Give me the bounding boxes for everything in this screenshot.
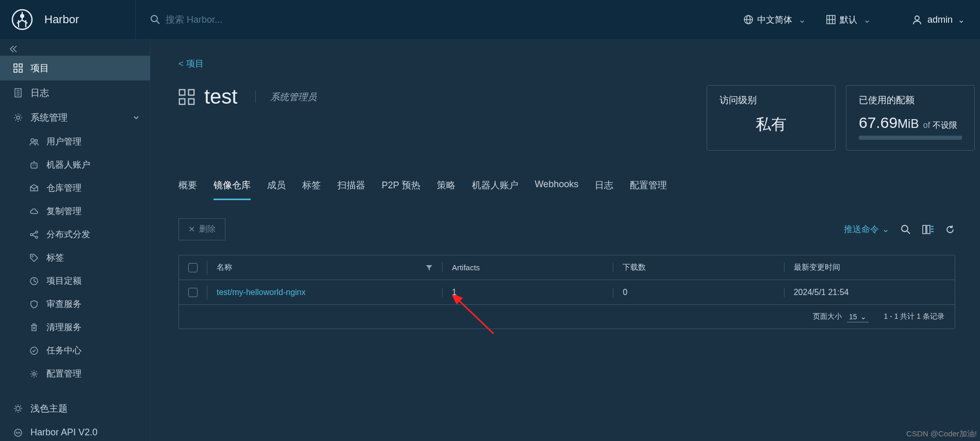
select-all-checkbox[interactable]: [188, 263, 198, 272]
svg-point-42: [902, 225, 908, 232]
sidebar-item-gc[interactable]: 清理服务: [0, 316, 150, 339]
pagination-summary: 1 - 1 共计 1 条记录: [884, 312, 944, 321]
push-command-dropdown[interactable]: 推送命令 ⌄: [844, 223, 889, 235]
sidebar-item-labels[interactable]: 标签: [0, 246, 150, 269]
sidebar-item-light-theme[interactable]: 浅色主题: [0, 396, 150, 421]
sidebar-item-label: 配置管理: [46, 368, 81, 380]
svg-rect-23: [31, 163, 37, 168]
project-role: 系统管理员: [255, 91, 317, 103]
row-checkbox[interactable]: [188, 288, 198, 297]
svg-point-29: [36, 236, 38, 238]
page-size-label: 页面大小: [813, 312, 842, 321]
quota-card: 已使用的配额 67.69MiB of 不设限: [846, 85, 975, 151]
sidebar-item-label: 浅色主题: [30, 402, 68, 415]
columns-icon[interactable]: [922, 225, 934, 234]
svg-point-11: [915, 16, 919, 20]
column-header-updated[interactable]: 最新变更时间: [785, 263, 955, 272]
chevron-down-icon: [133, 114, 140, 121]
sidebar-item-label: 系统管理: [30, 111, 68, 124]
card-value: 私有: [720, 114, 823, 135]
column-header-artifacts[interactable]: Artifacts: [443, 263, 613, 272]
svg-rect-40: [179, 99, 185, 104]
svg-rect-39: [189, 89, 194, 95]
table-footer: 页面大小 15 ⌄ 1 - 1 共计 1 条记录: [179, 305, 955, 329]
svg-rect-14: [14, 69, 17, 72]
table-header: 名称 Artifacts 下载数 最新变更时间: [179, 255, 955, 280]
info-cards: 访问级别 私有 已使用的配额 67.69MiB of 不设限: [707, 85, 975, 151]
sidebar-item-config[interactable]: 配置管理: [0, 362, 150, 385]
page-size-value[interactable]: 15 ⌄: [847, 312, 869, 322]
tab-config[interactable]: 配置管理: [630, 174, 667, 200]
watermark: CSDN @Coder加油!: [906, 429, 977, 439]
svg-point-2: [151, 15, 157, 22]
user-menu[interactable]: admin ⌄: [912, 14, 965, 25]
sidebar-item-tasks[interactable]: 任务中心: [0, 339, 150, 362]
toolbar: ✕ 删除 推送命令 ⌄: [178, 218, 975, 240]
button-label: 删除: [199, 224, 216, 235]
tab-policy[interactable]: 策略: [437, 174, 455, 200]
chevron-down-icon: ⌄: [798, 14, 806, 25]
svg-rect-44: [923, 225, 926, 234]
tab-webhooks[interactable]: Webhooks: [535, 174, 579, 200]
theme-selector[interactable]: 默认 ⌄: [821, 10, 876, 30]
tab-logs[interactable]: 日志: [595, 174, 613, 200]
sidebar-item-label: 仓库管理: [46, 182, 81, 194]
row-select-cell: [179, 285, 207, 300]
sidebar-item-api[interactable]: Harbor API V2.0: [0, 421, 150, 441]
projects-icon: [13, 63, 23, 73]
sidebar-item-robots[interactable]: 机器人账户: [0, 153, 150, 176]
sidebar-item-projects[interactable]: 项目: [0, 56, 150, 80]
tab-summary[interactable]: 概要: [178, 174, 197, 200]
trash-icon: [29, 323, 39, 332]
refresh-icon[interactable]: [945, 224, 955, 235]
tab-labels[interactable]: 标签: [302, 174, 321, 200]
grid-icon: [826, 15, 836, 24]
sidebar-item-quotas[interactable]: 项目定额: [0, 269, 150, 292]
sidebar-item-label: 标签: [46, 252, 64, 264]
collapse-sidebar-button[interactable]: [0, 40, 150, 56]
sidebar-item-audit[interactable]: 审查服务: [0, 292, 150, 316]
repositories-table: 名称 Artifacts 下载数 最新变更时间 test/my-hellowor…: [178, 255, 955, 329]
search-section: [135, 0, 739, 39]
svg-line-30: [32, 233, 36, 234]
tab-scanner[interactable]: 扫描器: [337, 174, 365, 200]
svg-point-32: [32, 255, 34, 257]
language-selector[interactable]: 中文简体 ⌄: [739, 10, 811, 30]
delete-button[interactable]: ✕ 删除: [178, 218, 225, 240]
column-header-downloads[interactable]: 下载数: [613, 263, 784, 272]
tab-repos[interactable]: 镜像仓库: [214, 174, 251, 200]
chevron-down-icon: ⌄: [860, 313, 867, 321]
project-title: test: [178, 85, 237, 108]
logo-section: Harbor: [0, 9, 135, 30]
sidebar-item-label: 审查服务: [46, 298, 81, 310]
chevron-down-icon: ⌄: [863, 14, 871, 25]
sidebar-item-users[interactable]: 用户管理: [0, 130, 150, 153]
sidebar-item-distribution[interactable]: 分布式分发: [0, 223, 150, 246]
project-header: test 系统管理员 访问级别 私有 已使用的配额 67.69MiB of 不设…: [178, 85, 975, 151]
sidebar-item-registries[interactable]: 仓库管理: [0, 176, 150, 200]
sun-icon: [13, 404, 23, 413]
filter-icon[interactable]: [426, 264, 433, 271]
main-content: < 项目 test 系统管理员 访问级别 私有 已使用的配额 67.69MiB …: [151, 40, 980, 441]
sidebar-item-logs[interactable]: 日志: [0, 80, 150, 105]
share-icon: [29, 230, 39, 239]
sidebar-item-replication[interactable]: 复制管理: [0, 200, 150, 223]
page-size-selector[interactable]: 页面大小 15 ⌄: [813, 312, 869, 322]
breadcrumb-back[interactable]: < 项目: [178, 58, 975, 70]
tab-p2p[interactable]: P2P 预热: [382, 174, 420, 200]
svg-point-27: [30, 234, 32, 236]
language-label: 中文简体: [757, 14, 792, 26]
search-icon[interactable]: [901, 224, 911, 235]
table-row: test/my-helloworld-nginx 1 0 2024/5/1 21…: [179, 280, 955, 305]
config-icon: [29, 369, 39, 379]
cloud-icon: [29, 207, 39, 216]
column-header-name[interactable]: 名称: [207, 263, 443, 272]
search-input[interactable]: [166, 14, 372, 25]
tab-members[interactable]: 成员: [267, 174, 286, 200]
repo-link[interactable]: test/my-helloworld-nginx: [217, 288, 306, 297]
tag-icon: [29, 253, 39, 263]
harbor-logo-icon: [11, 9, 33, 30]
sidebar-item-system[interactable]: 系统管理: [0, 105, 150, 130]
sidebar-item-label: 清理服务: [46, 321, 81, 333]
tab-robots[interactable]: 机器人账户: [472, 174, 518, 200]
